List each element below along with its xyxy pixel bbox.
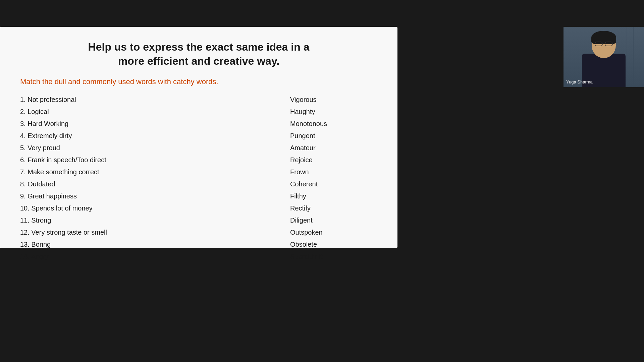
left-list-item: 7. Make something correct [20, 167, 283, 177]
left-list-item: 8. Outdated [20, 179, 283, 189]
slide-subtitle: Match the dull and commonly used words w… [20, 77, 377, 86]
webcam-label: Yuga Sharma [566, 79, 593, 84]
right-list-item: Spendthrift [290, 251, 377, 262]
left-list-item: 9. Great happiness [20, 191, 283, 201]
left-list-item: 1. Not professional [20, 94, 283, 105]
right-list-item: Coherent [290, 179, 377, 189]
left-list-item: 5. Very proud [20, 142, 283, 153]
right-list-item: Outspoken [290, 227, 377, 238]
svg-rect-1 [605, 42, 612, 46]
left-list-item: 12. Very strong taste or smell [20, 227, 283, 238]
left-list-item: 4. Extremely dirty [20, 130, 283, 141]
svg-rect-0 [595, 42, 602, 46]
right-list-item: Obsolete [290, 239, 377, 250]
webcam-person [564, 27, 644, 87]
right-list-item: Haughty [290, 106, 377, 117]
left-list-item: 3. Hard Working [20, 118, 283, 129]
left-list-item: 10. Spends lot of money [20, 203, 283, 214]
top-bar [0, 0, 644, 27]
left-list-item: 13. Boring [20, 239, 283, 250]
right-list-item: Vigorous [290, 94, 377, 105]
right-list-item: Rectify [290, 203, 377, 214]
right-list-item: Rejoice [290, 155, 377, 165]
right-list-item: Frown [290, 167, 377, 177]
left-list-item: 2. Logical [20, 106, 283, 117]
slide-title: Help us to express the exact same idea i… [20, 40, 377, 68]
right-list-item: Diligent [290, 215, 377, 226]
right-list-item: Filthy [290, 191, 377, 201]
left-list-item: 14. Angry [20, 251, 283, 262]
webcam-area: Yuga Sharma [564, 27, 644, 87]
right-list-item: Monotonous [290, 118, 377, 129]
right-list-item: Pungent [290, 130, 377, 141]
right-list-item: Amateur [290, 142, 377, 153]
slide: Help us to express the exact same idea i… [0, 27, 397, 248]
matching-exercise: 1. Not professional2. Logical3. Hard Wor… [20, 94, 377, 263]
person-silhouette [564, 27, 644, 87]
right-column: VigorousHaughtyMonotonousPungentAmateur … [283, 94, 377, 263]
left-column: 1. Not professional2. Logical3. Hard Wor… [20, 94, 283, 263]
left-list-item: 6. Frank in speech/Too direct [20, 155, 283, 165]
left-list-item: 11. Strong [20, 215, 283, 226]
